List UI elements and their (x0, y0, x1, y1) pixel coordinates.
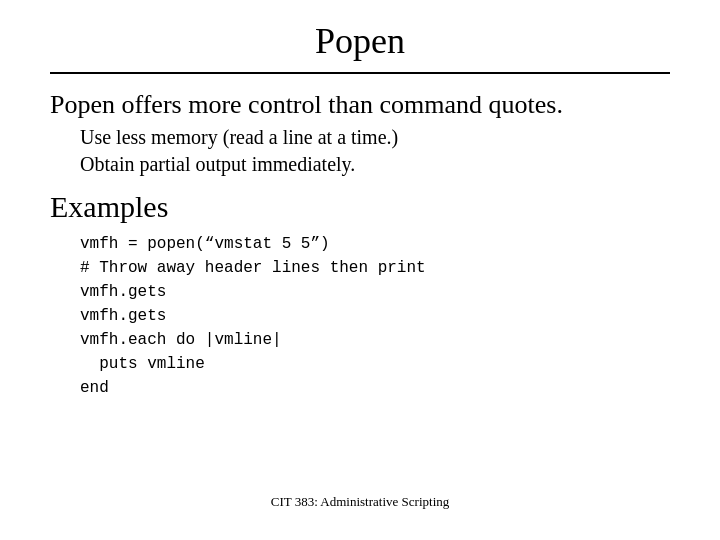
code-line-7: end (80, 376, 670, 400)
code-line-5: vmfh.each do |vmline| (80, 328, 670, 352)
code-line-6: puts vmline (80, 352, 670, 376)
bullet-1: Use less memory (read a line at a time.) (80, 126, 670, 149)
slide-footer: CIT 383: Administrative Scripting (50, 484, 670, 510)
bullet-2: Obtain partial output immediately. (80, 153, 670, 176)
slide-container: Popen Popen offers more control than com… (0, 0, 720, 540)
title-divider (50, 72, 670, 74)
code-line-3: vmfh.gets (80, 280, 670, 304)
code-line-4: vmfh.gets (80, 304, 670, 328)
examples-heading: Examples (50, 190, 670, 224)
code-line-2: # Throw away header lines then print (80, 256, 670, 280)
intro-heading: Popen offers more control than command q… (50, 90, 670, 120)
code-line-1: vmfh = popen(“vmstat 5 5”) (80, 232, 670, 256)
slide-title: Popen (50, 20, 670, 62)
code-block: vmfh = popen(“vmstat 5 5”) # Throw away … (80, 232, 670, 400)
